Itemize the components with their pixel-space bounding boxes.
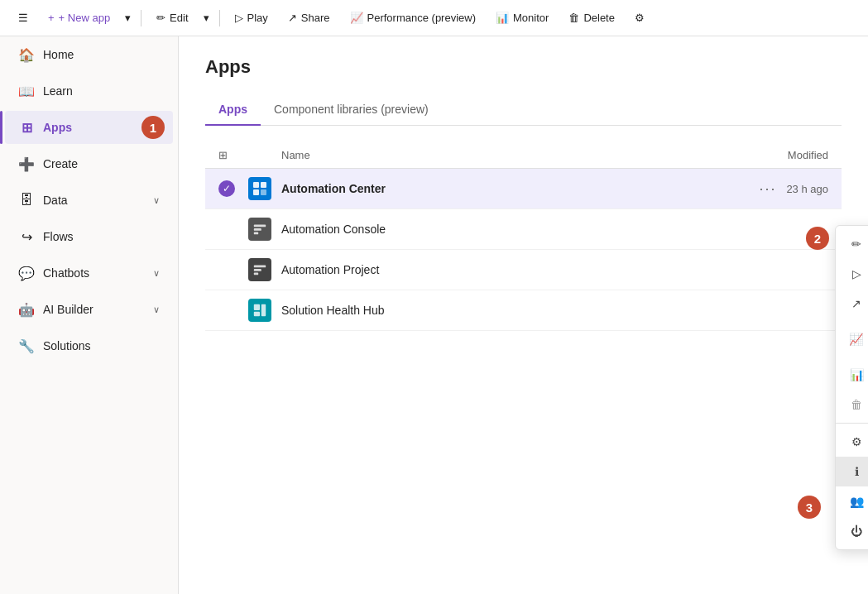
ctx-separator [836, 423, 868, 424]
context-menu: ✏ Edit › ▷ Play ↗ Share 📈 Performance (p… [835, 225, 868, 550]
play-label: Play [247, 12, 268, 24]
step-badge-2: 2 [806, 227, 829, 250]
delete-button[interactable]: 🗑 Delete [560, 7, 623, 29]
ctx-edit[interactable]: ✏ Edit › [836, 229, 868, 259]
ctx-play[interactable]: ▷ Play [836, 259, 868, 289]
create-icon: ➕ [18, 156, 35, 172]
sidebar-item-learn[interactable]: 📖 Learn [5, 74, 173, 108]
chatbots-icon: 💬 [18, 265, 35, 281]
svg-rect-3 [261, 189, 266, 195]
svg-rect-4 [254, 225, 266, 228]
row-icon-2 [248, 218, 281, 241]
header-modified-col: Modified [663, 149, 828, 161]
ctx-settings[interactable]: ⚙ Settings [836, 427, 868, 457]
table-row[interactable]: Automation Console [205, 209, 842, 250]
play-icon: ▷ [235, 12, 243, 24]
three-dots-icon[interactable]: ··· [759, 180, 776, 198]
row-three-dots-1[interactable]: ··· 23 h ago [663, 180, 828, 198]
page-title: Apps [205, 56, 842, 78]
ctx-monitor[interactable]: 📊 Monitor [836, 360, 868, 390]
edit-label: Edit [170, 12, 188, 24]
data-chevron-icon: ∨ [153, 195, 160, 206]
header-name-col[interactable]: Name [281, 149, 663, 161]
ctx-add-to-teams[interactable]: 👥 Add to Teams [836, 486, 868, 516]
performance-label: Performance (preview) [367, 12, 477, 24]
ctx-delete-icon: 🗑 [849, 397, 864, 412]
step-badge-1: 1 [141, 116, 165, 139]
ctx-performance-icon: 📈 [849, 332, 864, 347]
ai-builder-icon: 🤖 [18, 301, 35, 318]
sidebar-item-apps[interactable]: ⊞ Apps 1 [5, 111, 173, 144]
app-icon-solution-health [248, 299, 271, 322]
table-row[interactable]: Solution Health Hub [205, 290, 842, 331]
table-header: ⊞ Name Modified [205, 142, 842, 169]
row-name-2: Automation Console [281, 223, 663, 236]
share-icon: ↗ [288, 12, 297, 24]
hamburger-button[interactable]: ☰ [10, 7, 36, 29]
svg-rect-9 [254, 273, 258, 275]
svg-rect-1 [261, 182, 266, 188]
ai-chevron-icon: ∨ [153, 304, 160, 315]
edit-chevron[interactable]: ▾ [200, 7, 213, 29]
sidebar: 🏠 Home 📖 Learn ⊞ Apps 1 ➕ Create 🗄 Data … [0, 36, 179, 594]
tab-component-libraries[interactable]: Component libraries (preview) [261, 94, 442, 126]
ctx-share[interactable]: ↗ Share [836, 289, 868, 319]
table-row[interactable]: ✓ Automation Center ··· 23 h ago [205, 169, 842, 209]
app-icon-automation-project [248, 258, 271, 281]
table-row[interactable]: Automation Project [205, 250, 842, 290]
ctx-settings-icon: ⚙ [849, 434, 864, 449]
share-button[interactable]: ↗ Share [280, 7, 338, 29]
ctx-delete[interactable]: 🗑 Delete [836, 390, 868, 419]
sidebar-item-solutions[interactable]: 🔧 Solutions [5, 329, 173, 362]
hamburger-icon: ☰ [18, 12, 28, 24]
main-layout: 🏠 Home 📖 Learn ⊞ Apps 1 ➕ Create 🗄 Data … [0, 36, 868, 594]
ctx-teams-icon: 👥 [849, 494, 864, 509]
new-app-chevron[interactable]: ▾ [122, 7, 134, 29]
plus-icon: + [48, 12, 55, 24]
sidebar-item-flows[interactable]: ↪ Flows [5, 220, 173, 253]
sidebar-learn-label: Learn [43, 84, 73, 98]
sidebar-solutions-label: Solutions [43, 339, 91, 352]
header-check-col: ⊞ [218, 149, 248, 161]
ctx-monitor-icon: 📊 [849, 367, 864, 382]
svg-rect-6 [254, 232, 258, 235]
sidebar-create-label: Create [43, 157, 78, 170]
solutions-icon: 🔧 [18, 338, 35, 354]
ctx-edit-icon: ✏ [849, 237, 864, 251]
monitor-button[interactable]: 📊 Monitor [487, 7, 557, 29]
new-app-button[interactable]: + + New app [40, 7, 118, 29]
row-check-1: ✓ [218, 180, 248, 197]
sidebar-home-label: Home [43, 48, 74, 61]
row-icon-4 [248, 299, 281, 322]
ctx-performance[interactable]: 📈 Performance (preview) [836, 319, 868, 360]
ctx-details[interactable]: ℹ Details [836, 457, 868, 486]
sidebar-item-ai-builder[interactable]: 🤖 AI Builder ∨ [5, 293, 173, 326]
performance-button[interactable]: 📈 Performance (preview) [342, 7, 485, 29]
chatbots-chevron-icon: ∨ [153, 268, 160, 279]
svg-rect-12 [254, 312, 260, 316]
sidebar-item-chatbots[interactable]: 💬 Chatbots ∨ [5, 256, 173, 290]
sidebar-item-create[interactable]: ➕ Create [5, 147, 173, 180]
ctx-deactivate[interactable]: ⏻ Deactivate [836, 516, 868, 546]
row-name-4: Solution Health Hub [281, 304, 663, 317]
sidebar-item-data[interactable]: 🗄 Data ∨ [5, 184, 173, 217]
edit-button[interactable]: ✏ Edit [148, 7, 196, 29]
settings-button[interactable]: ⚙ [626, 7, 653, 29]
share-label: Share [301, 12, 330, 24]
play-button[interactable]: ▷ Play [227, 7, 276, 29]
sidebar-chatbots-label: Chatbots [43, 266, 89, 280]
row-icon-3 [248, 258, 281, 281]
svg-rect-5 [254, 228, 261, 231]
row-name-1: Automation Center [281, 182, 663, 195]
tab-apps[interactable]: Apps [205, 94, 261, 126]
ctx-details-icon: ℹ [849, 464, 864, 479]
toolbar: ☰ + + New app ▾ ✏ Edit ▾ ▷ Play ↗ Share … [0, 0, 868, 36]
home-icon: 🏠 [18, 46, 35, 63]
svg-rect-2 [253, 189, 259, 195]
row-modified-1: 23 h ago [786, 183, 828, 195]
row-name-3: Automation Project [281, 263, 663, 276]
app-icon-automation-console [248, 218, 271, 241]
svg-rect-11 [261, 304, 266, 316]
sidebar-apps-label: Apps [43, 121, 72, 134]
sidebar-item-home[interactable]: 🏠 Home [5, 38, 173, 71]
